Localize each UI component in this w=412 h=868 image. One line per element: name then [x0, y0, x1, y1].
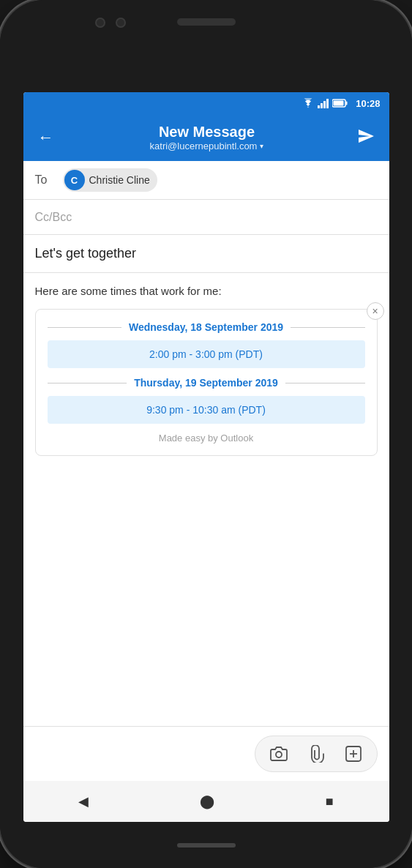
cc-label: Cc/Bcc	[35, 211, 72, 224]
camera-left	[95, 18, 105, 28]
date-label-1: Wednesday, 18 September 2019	[129, 321, 283, 333]
recipient-chip[interactable]: C Christie Cline	[63, 168, 157, 192]
svg-rect-2	[323, 101, 326, 108]
svg-rect-6	[334, 101, 344, 106]
app-bar: ← New Message katri@lucernepubintl.com ▾	[23, 114, 389, 161]
wifi-icon	[301, 98, 315, 108]
recipient-name: Christie Cline	[89, 174, 150, 186]
date-line-left-1	[48, 327, 121, 328]
add-button[interactable]	[342, 742, 365, 766]
svg-rect-1	[321, 103, 323, 108]
dropdown-arrow-icon[interactable]: ▾	[260, 142, 263, 150]
signal-icon	[318, 98, 329, 108]
app-bar-title-section: New Message katri@lucernepubintl.com ▾	[63, 124, 351, 151]
calendar-card: × Wednesday, 18 September 2019 2:00 pm -…	[35, 309, 378, 456]
time-slot-1[interactable]: 2:00 pm - 3:00 pm (PDT)	[48, 340, 365, 368]
android-nav-bar: ◀ ⬤ ■	[23, 781, 389, 822]
date-line-right-2	[285, 383, 365, 384]
date-line-right-1	[291, 327, 364, 328]
svg-rect-5	[346, 102, 348, 105]
app-bar-subtitle: katri@lucernepubintl.com ▾	[150, 141, 264, 151]
body-area: Here are some times that work for me: × …	[23, 273, 389, 726]
toolbar-pill	[255, 736, 378, 772]
phone-bottom-pill	[177, 843, 236, 848]
compose-area: To C Christie Cline Cc/Bcc Let's get tog…	[23, 161, 389, 726]
date-label-2: Thursday, 19 September 2019	[134, 377, 278, 389]
svg-rect-0	[318, 105, 320, 108]
phone-screen: 10:28 ← New Message katri@lucernepubintl…	[23, 92, 389, 822]
date-section-1: Wednesday, 18 September 2019	[48, 321, 365, 333]
bottom-toolbar	[23, 726, 389, 781]
recipient-avatar: C	[64, 170, 85, 190]
to-label: To	[35, 173, 56, 187]
nav-recent-button[interactable]: ■	[320, 788, 340, 815]
nav-home-button[interactable]: ⬤	[194, 787, 220, 815]
card-close-button[interactable]: ×	[367, 302, 384, 320]
from-email: katri@lucernepubintl.com	[150, 141, 258, 151]
camera-right	[116, 18, 126, 28]
body-intro-text: Here are some times that work for me:	[35, 285, 378, 297]
status-time: 10:28	[356, 98, 380, 109]
phone-top-bezel	[0, 0, 412, 46]
back-button[interactable]: ←	[32, 122, 60, 153]
svg-point-7	[276, 752, 282, 757]
status-bar: 10:28	[23, 92, 389, 114]
svg-rect-3	[326, 99, 329, 108]
card-footer: Made easy by Outlook	[48, 433, 365, 444]
time-slot-text-2: 9:30 pm - 10:30 am (PDT)	[146, 404, 266, 416]
phone-frame: 10:28 ← New Message katri@lucernepubintl…	[0, 0, 412, 868]
battery-icon	[332, 99, 348, 108]
attach-button[interactable]	[305, 742, 327, 766]
subject-text: Let's get together	[35, 246, 137, 261]
date-section-2: Thursday, 19 September 2019	[48, 377, 365, 389]
send-button[interactable]	[351, 121, 381, 154]
time-slot-2[interactable]: 9:30 pm - 10:30 am (PDT)	[48, 396, 365, 424]
time-slot-text-1: 2:00 pm - 3:00 pm (PDT)	[149, 348, 263, 360]
to-row[interactable]: To C Christie Cline	[23, 161, 389, 200]
cc-row[interactable]: Cc/Bcc	[23, 200, 389, 235]
camera-button[interactable]	[267, 742, 291, 766]
status-icons: 10:28	[301, 98, 380, 109]
date-line-left-2	[48, 383, 127, 384]
phone-speaker	[177, 18, 236, 26]
app-bar-title: New Message	[159, 124, 255, 141]
nav-back-button[interactable]: ◀	[72, 787, 94, 815]
phone-bottom-bezel	[0, 822, 412, 868]
subject-row[interactable]: Let's get together	[23, 235, 389, 273]
